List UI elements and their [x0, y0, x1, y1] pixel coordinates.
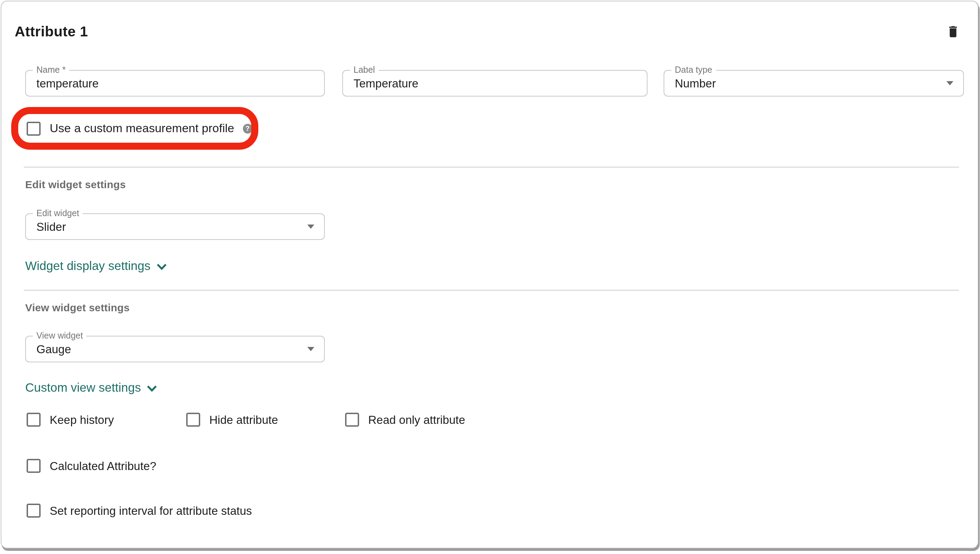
hide-attribute-checkbox-row[interactable]: Hide attribute	[186, 411, 278, 428]
view-widget-select[interactable]: View widget Gauge	[25, 336, 325, 362]
label-input[interactable]	[343, 71, 647, 96]
custom-view-settings-link[interactable]: Custom view settings	[25, 380, 157, 395]
divider	[24, 290, 959, 291]
view-widget-value: Gauge	[26, 336, 324, 361]
delete-attribute-button[interactable]	[943, 21, 962, 41]
read-only-attribute-checkbox[interactable]	[345, 413, 359, 427]
keep-history-label: Keep history	[50, 413, 114, 426]
reporting-interval-label: Set reporting interval for attribute sta…	[50, 504, 252, 517]
label-field: Label	[342, 70, 648, 97]
name-field: Name *	[25, 70, 325, 97]
custom-measurement-profile-checkbox[interactable]	[27, 121, 41, 135]
chevron-down-icon	[157, 264, 167, 271]
custom-measurement-profile-label: Use a custom measurement profile	[50, 121, 234, 135]
dropdown-arrow-icon	[307, 347, 314, 351]
data-type-select[interactable]: Data type Number	[664, 70, 964, 97]
reporting-interval-checkbox-row[interactable]: Set reporting interval for attribute sta…	[27, 502, 252, 519]
help-icon[interactable]: ?	[243, 123, 252, 133]
hide-attribute-checkbox[interactable]	[186, 413, 200, 427]
dropdown-arrow-icon	[946, 81, 953, 85]
divider	[24, 167, 959, 167]
keep-history-checkbox-row[interactable]: Keep history	[27, 411, 114, 428]
custom-measurement-profile-checkbox-row[interactable]: Use a custom measurement profile ?	[27, 119, 252, 138]
reporting-interval-checkbox[interactable]	[27, 504, 41, 517]
dropdown-arrow-icon	[307, 224, 314, 229]
calculated-attribute-checkbox[interactable]	[27, 459, 41, 473]
page-title: Attribute 1	[15, 23, 88, 40]
widget-display-settings-link-label: Widget display settings	[25, 259, 150, 274]
trash-icon	[946, 24, 959, 38]
read-only-attribute-checkbox-row[interactable]: Read only attribute	[345, 411, 465, 428]
edit-widget-settings-heading: Edit widget settings	[25, 178, 126, 190]
attribute-card: Attribute 1 Name * Label Data type Numbe…	[1, 1, 978, 548]
chevron-down-icon	[147, 385, 157, 392]
attribute-card-page: Attribute 1 Name * Label Data type Numbe…	[0, 0, 980, 554]
custom-view-settings-link-label: Custom view settings	[25, 380, 141, 395]
edit-widget-value: Slider	[26, 214, 324, 239]
data-type-value: Number	[664, 71, 963, 96]
edit-widget-select[interactable]: Edit widget Slider	[25, 213, 325, 240]
keep-history-checkbox[interactable]	[27, 413, 41, 427]
hide-attribute-label: Hide attribute	[209, 413, 278, 426]
view-widget-settings-heading: View widget settings	[25, 301, 130, 314]
widget-display-settings-link[interactable]: Widget display settings	[25, 259, 167, 274]
name-input[interactable]	[26, 71, 324, 96]
read-only-attribute-label: Read only attribute	[368, 413, 465, 426]
calculated-attribute-label: Calculated Attribute?	[50, 459, 156, 473]
calculated-attribute-checkbox-row[interactable]: Calculated Attribute?	[27, 457, 156, 474]
